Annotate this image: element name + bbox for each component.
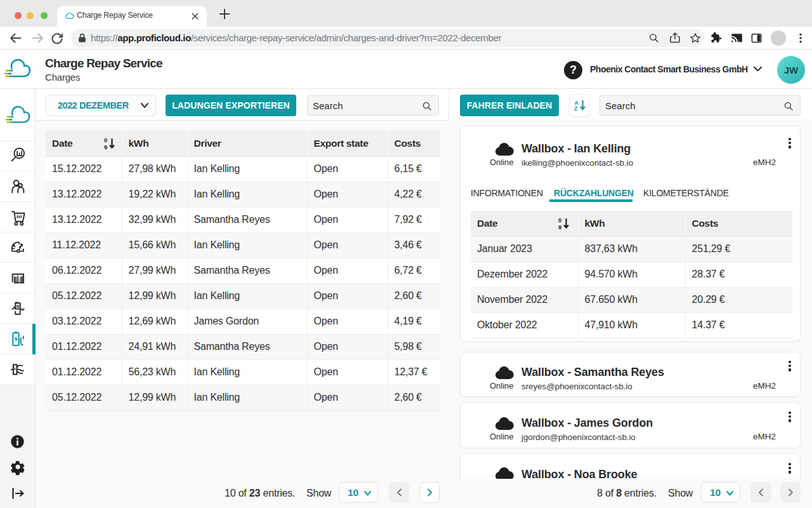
- svg-text:0: 0: [104, 137, 107, 144]
- svg-text:9: 9: [104, 144, 107, 150]
- svg-text:Z: Z: [574, 105, 578, 112]
- svg-text:9: 9: [558, 224, 561, 231]
- svg-text:0: 0: [558, 217, 561, 224]
